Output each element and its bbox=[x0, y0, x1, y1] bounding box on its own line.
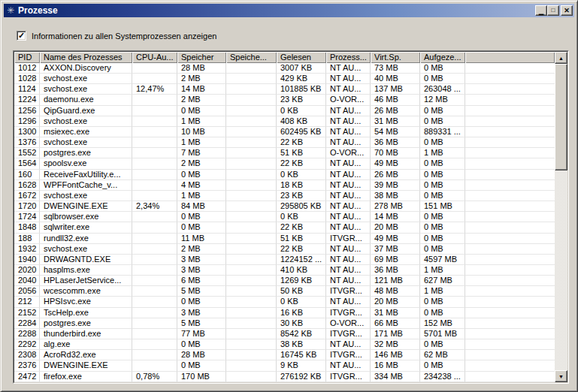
cell-speicher: 6 MB bbox=[177, 276, 226, 286]
column-header-speicher2[interactable]: Speiche... bbox=[226, 52, 277, 63]
cell-aufgez: 889331 ... bbox=[420, 127, 465, 137]
cell-prozess: NT AU... bbox=[326, 244, 371, 255]
cell-pid: 1564 bbox=[14, 158, 40, 169]
cell-gelesen: 9 KB bbox=[277, 360, 326, 371]
cell-pid: 1300 bbox=[14, 127, 40, 137]
cell-prozess: NT AU... bbox=[326, 212, 371, 222]
cell-pid: 2152 bbox=[14, 308, 40, 318]
cell-prozess: NT AU... bbox=[326, 180, 371, 191]
cell-aufgez: 0 MB bbox=[420, 297, 465, 307]
cell-speicher2 bbox=[226, 265, 277, 276]
cell-speicher: 14 MB bbox=[177, 84, 226, 95]
cell-gelesen: 1269 KB bbox=[277, 276, 326, 286]
cell-speicher2 bbox=[226, 308, 277, 318]
table-row[interactable]: 2020hasplms.exe3 MB410 KBNT AU...36 MB1 … bbox=[14, 265, 555, 276]
table-row[interactable]: 1028svchost.exe2 MB429 KBNT AU...40 MB0 … bbox=[14, 74, 555, 84]
cell-speicher: 0 MB bbox=[177, 297, 226, 307]
table-row[interactable]: 1552postgres.exe7 MB51 KBO-VOR...70 MB1 … bbox=[14, 148, 555, 158]
table-row[interactable]: 212HPSIsvc.exe0 MB0 KBNT AU...20 MB0 MB bbox=[14, 297, 555, 307]
minimize-button[interactable]: ▁ bbox=[535, 5, 547, 16]
scroll-up-button[interactable]: ▲ bbox=[555, 52, 567, 64]
cell-virtsp: 73 MB bbox=[371, 63, 420, 74]
table-row[interactable]: 160ReceiveFaxUtility.e...0 MB0 KBNT AU..… bbox=[14, 170, 555, 180]
cell-aufgez: 0 MB bbox=[420, 191, 465, 201]
table-row[interactable]: 1672svchost.exe1 MB23 KBNT AU...38 MB0 M… bbox=[14, 191, 555, 201]
cell-cpu bbox=[132, 360, 177, 371]
cell-blank bbox=[465, 74, 555, 84]
cell-blank bbox=[465, 158, 555, 169]
cell-aufgez: 0 MB bbox=[420, 137, 465, 148]
table-row[interactable]: 2472firefox.exe0,78%170 MB276192 KBITVGR… bbox=[14, 372, 555, 382]
column-header-gelesen[interactable]: Gelesen bbox=[277, 52, 326, 63]
column-header-pid[interactable]: PID bbox=[14, 52, 40, 63]
table-row[interactable]: 2292alg.exe0 MB38 KBNT AU...32 MB0 MB bbox=[14, 339, 555, 350]
scroll-down-button[interactable]: ▼ bbox=[555, 370, 567, 382]
table-row[interactable]: 1724sqlbrowser.exe0 MB0 KBNT AU...14 MB0… bbox=[14, 212, 555, 222]
cell-name: postgres.exe bbox=[40, 318, 132, 329]
cell-blank bbox=[465, 137, 555, 148]
table-row[interactable]: 2288thunderbird.exe77 MB8542 KBITVGR...1… bbox=[14, 329, 555, 339]
table-row[interactable]: 1628WPFFontCache_v...4 MB18 KBNT AU...39… bbox=[14, 180, 555, 191]
cell-speicher2 bbox=[226, 127, 277, 137]
table-row[interactable]: 1224daemonu.exe2 MB23 KBO-VOR...46 MB12 … bbox=[14, 95, 555, 105]
table-row[interactable]: 1376svchost.exe1 MB22 KBNT AU...36 MB0 M… bbox=[14, 137, 555, 148]
cell-pid: 2288 bbox=[14, 329, 40, 339]
cell-aufgez: 62 MB bbox=[420, 350, 465, 360]
titlebar[interactable]: ✳ Prozesse ▁ □ ✕ bbox=[4, 4, 574, 17]
table-row[interactable]: 2376DWENGINE.EXE0 MB9 KBNT AU...16 MB0 M… bbox=[14, 360, 555, 371]
maximize-button[interactable]: □ bbox=[547, 5, 559, 16]
column-header-aufgez[interactable]: Aufgeze... bbox=[420, 52, 465, 63]
cell-virtsp: 26 MB bbox=[371, 170, 420, 180]
systemprocesses-checkbox-label[interactable]: Informationen zu allen Systemprozessen a… bbox=[32, 32, 216, 41]
cell-speicher: 3 MB bbox=[177, 265, 226, 276]
table-row[interactable]: 1012AXXON.Discovery28 MB3007 KBNT AU...7… bbox=[14, 63, 555, 74]
column-header-speicher[interactable]: Speicher bbox=[177, 52, 226, 63]
cell-pid: 1012 bbox=[14, 63, 40, 74]
cell-cpu bbox=[132, 137, 177, 148]
table-row[interactable]: 1932svchost.exe2 MB22 KBNT AU...37 MB0 M… bbox=[14, 244, 555, 255]
dialog-window: ✳ Prozesse ▁ □ ✕ ✓ Informationen zu alle… bbox=[0, 0, 578, 392]
table-row[interactable]: 1564spoolsv.exe2 MB22 KBNT AU...49 MB0 M… bbox=[14, 158, 555, 169]
cell-cpu bbox=[132, 170, 177, 180]
cell-blank bbox=[465, 318, 555, 329]
cell-blank bbox=[465, 63, 555, 74]
cell-speicher: 0 MB bbox=[177, 106, 226, 116]
cell-speicher: 3 MB bbox=[177, 255, 226, 265]
column-header-blank[interactable] bbox=[465, 52, 555, 63]
vertical-scrollbar[interactable]: ▲ ▼ bbox=[555, 52, 567, 382]
systemprocesses-checkbox[interactable]: ✓ bbox=[17, 31, 26, 41]
cell-blank bbox=[465, 350, 555, 360]
table-row[interactable]: 2056wcescomm.exe5 MB50 KBITVGR...48 MB1 … bbox=[14, 286, 555, 297]
table-row[interactable]: 1296svchost.exe1 MB408 KBNT AU...31 MB0 … bbox=[14, 116, 555, 127]
table-row[interactable]: 1256QipGuard.exe0 MB0 KBNT AU...26 MB0 M… bbox=[14, 106, 555, 116]
column-header-virtsp[interactable]: Virt.Sp. bbox=[371, 52, 420, 63]
table-row[interactable]: 2284postgres.exe5 MB30 KBO-VOR...66 MB15… bbox=[14, 318, 555, 329]
cell-gelesen: 16 KB bbox=[277, 308, 326, 318]
cell-virtsp: 171 MB bbox=[371, 329, 420, 339]
table-row[interactable]: 2040HPLaserJetService...6 MB1269 KBNT AU… bbox=[14, 276, 555, 286]
cell-cpu bbox=[132, 212, 177, 222]
table-row[interactable]: 1720DWENGINE.EXE2,34%84 MB295805 KBNT AU… bbox=[14, 201, 555, 212]
close-button[interactable]: ✕ bbox=[561, 5, 573, 16]
cell-virtsp: 46 MB bbox=[371, 95, 420, 105]
cell-speicher: 2 MB bbox=[177, 95, 226, 105]
table-row[interactable]: 1940DRWAGNTD.EXE3 MB1224152 ...NT AU...6… bbox=[14, 255, 555, 265]
cell-name: msiexec.exe bbox=[40, 127, 132, 137]
table-row[interactable]: 188rundll32.exe11 MB51 KBITVGR...49 MB0 … bbox=[14, 234, 555, 244]
cell-speicher: 28 MB bbox=[177, 63, 226, 74]
window-title: Prozesse bbox=[18, 5, 58, 16]
table-row[interactable]: 1300msiexec.exe10 MB602495 KBNT AU...54 … bbox=[14, 127, 555, 137]
scrollbar-thumb[interactable] bbox=[555, 64, 567, 170]
table-row[interactable]: 1124svchost.exe12,47%14 MB101885 KBNT AU… bbox=[14, 84, 555, 95]
column-header-prozess[interactable]: Prozess... bbox=[326, 52, 371, 63]
cell-cpu bbox=[132, 276, 177, 286]
column-header-cpu[interactable]: CPU-Au... bbox=[132, 52, 177, 63]
table-row[interactable]: 1848sqlwriter.exe0 MB22 KBNT AU...20 MB0… bbox=[14, 222, 555, 233]
cell-blank bbox=[465, 116, 555, 127]
column-header-name[interactable]: Name des Prozesses bbox=[40, 52, 132, 63]
table-row[interactable]: 2152TscHelp.exe3 MB16 KBITVGR...31 MB0 M… bbox=[14, 308, 555, 318]
cell-name: AcroRd32.exe bbox=[40, 350, 132, 360]
cell-virtsp: 49 MB bbox=[371, 234, 420, 244]
table-row[interactable]: 2308AcroRd32.exe28 MB16745 KBITVGR...146… bbox=[14, 350, 555, 360]
cell-name: svchost.exe bbox=[40, 116, 132, 127]
